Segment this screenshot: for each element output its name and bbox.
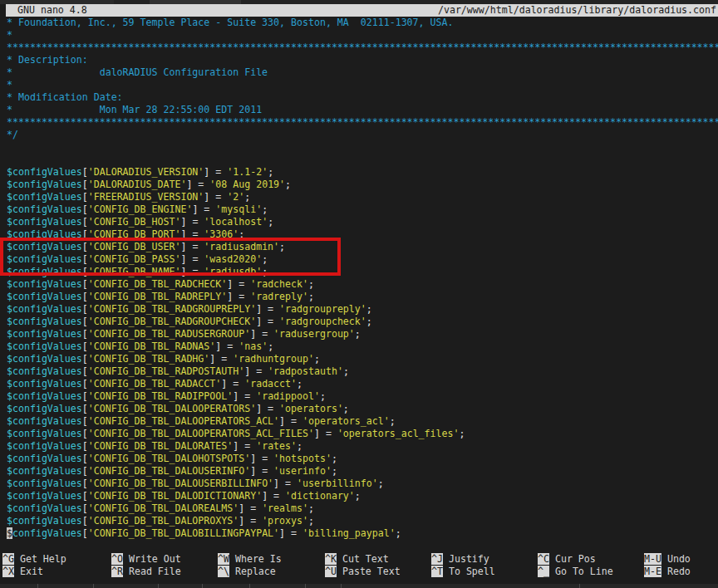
window-bottom-divider [93,584,94,588]
comment-line[interactable]: */ [7,129,718,141]
config-line[interactable]: $configValues['CONFIG_DB_TBL_DALORATES']… [7,440,718,453]
comment-line[interactable]: ****************************************… [7,116,718,129]
config-line[interactable]: $configValues['CONFIG_DB_TBL_RADNAS'] = … [7,341,718,353]
window-bottom-divider [249,584,250,588]
config-line[interactable]: $configValues['CONFIG_DB_TBL_RADUSERGROU… [7,328,718,341]
shortcut-label: Replace [229,566,276,577]
shortcut-paste-text: ^U Paste Text [325,566,401,578]
shortcut-key: M-U [644,553,661,565]
comment-line[interactable]: * Mon Mar 28 22:55:00 EDT 2011 [7,104,718,116]
config-line[interactable]: $configValues['CONFIG_DB_HOST'] = 'local… [7,216,718,228]
shortcut-key: ^U [325,566,337,577]
shortcut-label: Cur Pos [549,553,596,565]
shortcut-key: ^C [538,553,549,565]
shortcut-label: Undo [661,553,691,565]
config-line[interactable]: $configValues['CONFIG_DB_TBL_RADGROUPREP… [7,303,718,316]
comment-line[interactable]: ****************************************… [7,42,718,54]
shortcut-label: Justify [443,553,489,565]
config-line[interactable]: $configValues['CONFIG_DB_TBL_DALODICTION… [7,490,718,502]
shortcut-bar-row-1: ^G Get Help^O Write Out^W Where Is^K Cut… [0,553,718,566]
shortcut-key: ^T [431,566,443,577]
shortcut-key: ^K [325,553,337,565]
window-bottom-divider [158,584,159,588]
shortcut-key: ^O [111,553,123,565]
comment-line[interactable]: * Modification Date: [7,91,718,104]
editor-content[interactable]: * Foundation, Inc., 59 Temple Place - Su… [0,17,718,541]
config-line[interactable]: $configValues['CONFIG_DB_TBL_DALOBILLING… [7,527,718,540]
window-bottom-divider [579,584,580,588]
shortcut-label: Get Help [14,553,66,565]
shortcut-key: ^_ [538,566,549,577]
comment-line[interactable]: * Foundation, Inc., 59 Temple Place - Su… [7,17,718,29]
window-bottom-divider [305,584,306,588]
window-bottom-divider [341,584,342,588]
config-line[interactable]: $configValues['CONFIG_DB_ENGINE'] = 'mys… [7,203,718,216]
shortcut-label: Paste Text [337,566,401,577]
shortcut-key: ^G [2,553,14,565]
comment-line[interactable]: * daloRADIUS Configuration File [7,66,718,79]
shortcut-label: Write Out [123,553,181,565]
window-bottom-edge [0,584,718,588]
config-line[interactable]: $configValues['CONFIG_DB_NAME'] = 'radiu… [7,266,718,278]
terminal-window: GNU nano 4.8 /var/www/html/daloradius/li… [0,0,718,588]
shortcut-justify: ^J Justify [431,553,489,566]
config-line[interactable]: $configValues['CONFIG_DB_TBL_DALOUSERINF… [7,465,718,478]
config-line[interactable]: $configValues['CONFIG_DB_TBL_RADGROUPCHE… [7,316,718,328]
config-line[interactable]: $configValues['CONFIG_DB_USER'] = 'radiu… [7,241,718,253]
blank-line[interactable] [7,141,718,154]
config-line[interactable]: $configValues['CONFIG_DB_TBL_DALOOPERATO… [7,415,718,428]
config-line[interactable]: $configValues['CONFIG_DB_TBL_RADHG'] = '… [7,353,718,365]
shortcut-label: Cut Text [337,553,389,565]
shortcut-key: ^W [218,553,229,565]
comment-line[interactable]: * [7,29,718,42]
config-line[interactable]: $configValues['CONFIG_DB_TBL_RADCHECK'] … [7,278,718,291]
shortcut-cut-text: ^K Cut Text [325,553,389,566]
shortcut-bar-row-2: ^X Exit^R Read File^\ Replace^U Paste Te… [0,566,718,578]
config-line[interactable]: $configValues['DALORADIUS_VERSION'] = '1… [7,166,718,179]
config-line[interactable]: $configValues['CONFIG_DB_TBL_DALOPROXYS'… [7,515,718,527]
shortcut-key: ^J [431,553,443,565]
config-line[interactable]: $configValues['CONFIG_DB_TBL_DALOOPERATO… [7,403,718,415]
config-line[interactable]: $configValues['CONFIG_DB_TBL_RADPOSTAUTH… [7,365,718,378]
config-line[interactable]: $configValues['DALORADIUS_DATE'] = '08 A… [7,179,718,191]
shortcut-label: Exit [14,566,43,577]
shortcut-key: M-E [644,566,661,577]
nano-titlebar: GNU nano 4.8 /var/www/html/daloradius/li… [6,4,718,17]
shortcut-read-file: ^R Read File [111,566,181,578]
comment-line[interactable]: * Description: [7,54,718,66]
shortcut-undo: M-U Undo [644,553,691,566]
window-bottom-divider [37,584,38,588]
shortcut-where-is: ^W Where Is [218,553,282,566]
shortcut-label: Where Is [229,553,282,565]
file-path: /var/www/html/daloradius/library/dalorad… [438,4,718,17]
shortcut-redo: M-E Redo [644,566,691,578]
shortcut-get-help: ^G Get Help [2,553,66,566]
config-line[interactable]: $configValues['CONFIG_DB_TBL_DALOUSERBIL… [7,478,718,490]
shortcut-label: To Spell [443,566,495,577]
config-line[interactable]: $configValues['CONFIG_DB_TBL_DALOHOTSPOT… [7,453,718,465]
config-line[interactable]: $configValues['CONFIG_DB_PORT'] = '3306'… [7,228,718,241]
shortcut-label: Read File [123,566,181,577]
config-line[interactable]: $configValues['CONFIG_DB_TBL_DALOOPERATO… [7,428,718,440]
shortcut-key: ^\ [218,566,229,577]
config-line[interactable]: $configValues['CONFIG_DB_TBL_DALOREALMS'… [7,502,718,515]
shortcut-key: ^X [2,566,14,577]
blank-line[interactable] [7,154,718,166]
window-bottom-divider [202,584,203,588]
shortcut-go-to-line: ^_ Go To Line [538,566,613,578]
shortcut-label: Go To Line [549,566,613,577]
nano-version-title: GNU nano 4.8 [6,4,87,17]
config-line[interactable]: $configValues['CONFIG_DB_TBL_RADACCT'] =… [7,378,718,390]
shortcut-to-spell: ^T To Spell [431,566,495,578]
config-line[interactable]: $configValues['CONFIG_DB_PASS'] = 'wasd2… [7,253,718,266]
config-line[interactable]: $configValues['CONFIG_DB_TBL_RADREPLY'] … [7,291,718,303]
comment-line[interactable]: * [7,79,718,91]
shortcut-cur-pos: ^C Cur Pos [538,553,596,566]
shortcut-write-out: ^O Write Out [111,553,181,566]
shortcut-label: Redo [661,566,691,577]
shortcut-key: ^R [111,566,123,577]
config-line[interactable]: $configValues['FREERADIUS_VERSION'] = '2… [7,191,718,203]
text-cursor: $ [7,527,12,539]
config-line[interactable]: $configValues['CONFIG_DB_TBL_RADIPPOOL']… [7,390,718,403]
shortcut-replace: ^\ Replace [218,566,276,578]
